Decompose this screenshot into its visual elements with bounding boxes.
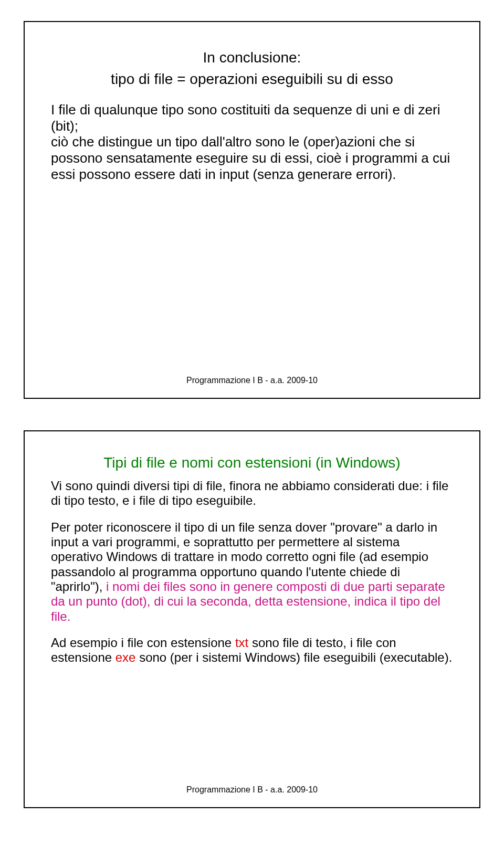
- slide2-para2: Per poter riconoscere il tipo di un file…: [51, 520, 453, 624]
- slide2-para2-magenta: i nomi dei files sono in genere composti…: [51, 579, 445, 623]
- slide-2-content: Tipi di file e nomi con estensioni (in W…: [51, 452, 453, 782]
- slide1-title-line2: tipo di file = operazioni eseguibili su …: [51, 70, 453, 88]
- slide2-para3-prefix: Ad esempio i file con estensione: [51, 636, 235, 650]
- slide1-title-line1: In conclusione:: [51, 48, 453, 67]
- slide2-para3-txt: txt: [235, 636, 248, 650]
- slide2-para3-exe: exe: [116, 650, 136, 664]
- slide-1: In conclusione: tipo di file = operazion…: [24, 21, 480, 399]
- slide2-para3: Ad esempio i file con estensione txt son…: [51, 636, 453, 665]
- slide2-para3-suffix: sono (per i sistemi Windows) file esegui…: [135, 650, 452, 664]
- slide-2: Tipi di file e nomi con estensioni (in W…: [24, 430, 480, 808]
- slide2-para1: Vi sono quindi diversi tipi di file, fin…: [51, 479, 453, 509]
- slide2-footer: Programmazione I B - a.a. 2009-10: [51, 782, 453, 795]
- page-container: In conclusione: tipo di file = operazion…: [0, 21, 504, 808]
- slide1-body: I file di qualunque tipo sono costituiti…: [51, 102, 453, 182]
- slide1-footer: Programmazione I B - a.a. 2009-10: [51, 373, 453, 385]
- slide2-title: Tipi di file e nomi con estensioni (in W…: [51, 454, 453, 471]
- slide-1-content: In conclusione: tipo di file = operazion…: [51, 48, 453, 373]
